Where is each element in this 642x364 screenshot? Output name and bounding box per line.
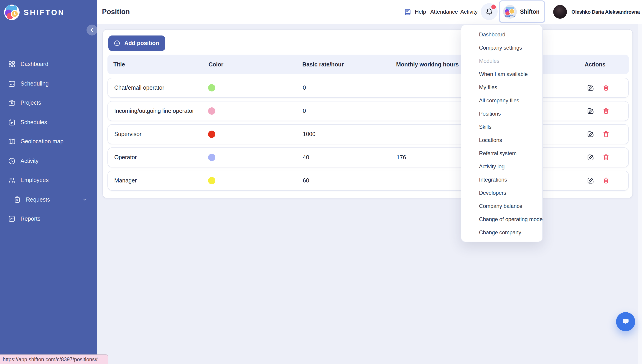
check-square-icon (467, 70, 475, 78)
menu-item-integrations[interactable]: Integrations (461, 173, 542, 186)
delete-button[interactable] (602, 176, 610, 185)
position-title: Manager (114, 178, 137, 184)
people-network-icon (467, 149, 475, 157)
briefcase-icon (8, 99, 16, 107)
edit-icon (586, 107, 595, 115)
sidebar-item-label: Schedules (21, 119, 47, 126)
menu-item-modules[interactable]: Modules (461, 54, 542, 67)
sidebar-item-dashboard[interactable]: Dashboard (0, 54, 97, 74)
menu-item-positions[interactable]: Positions (461, 107, 542, 120)
people-icon (8, 176, 16, 184)
basic-rate: 60 (303, 178, 309, 184)
add-position-button[interactable]: Add position (108, 36, 166, 51)
edit-button[interactable] (586, 176, 595, 185)
menu-item-company-balance[interactable]: Company balance (461, 199, 542, 212)
table-row: Chat/email operator 0 (108, 78, 629, 98)
menu-item-when-i-am-available[interactable]: When I am available (461, 67, 542, 80)
badge-person-icon (467, 110, 475, 118)
sidebar-item-label: Employees (21, 177, 49, 184)
edit-button[interactable] (586, 107, 595, 115)
trash-icon (602, 130, 610, 138)
modules-icon (467, 57, 475, 64)
report-chart-icon (8, 215, 16, 223)
color-dot (208, 154, 215, 161)
col-actions: Actions (585, 61, 605, 68)
sidebar-item-label: Scheduling (21, 80, 49, 87)
sidebar-item-reports[interactable]: Reports (0, 209, 97, 229)
sidebar-item-schedules[interactable]: Schedules (0, 112, 97, 132)
table-row: Supervisor 1000 (108, 124, 629, 144)
delete-button[interactable] (602, 107, 610, 115)
sidebar-item-activity[interactable]: Activity (0, 151, 97, 170)
topbar: Position Help Attendance Activity SHIFTO… (97, 0, 642, 24)
sidebar-item-geolocation-map[interactable]: Geolocation map (0, 132, 97, 151)
delete-button[interactable] (602, 130, 610, 138)
help-label: Help (415, 9, 426, 15)
basic-rate: 40 (303, 154, 309, 160)
menu-item-change-operating-mode[interactable]: Change of operating mode (461, 212, 542, 226)
sidebar-item-label: Projects (21, 100, 41, 106)
monthly-hours: 176 (397, 154, 406, 160)
menu-item-developers[interactable]: Developers (461, 186, 542, 199)
edit-button[interactable] (586, 153, 595, 162)
basic-rate: 0 (303, 85, 306, 91)
grid-icon (8, 60, 16, 68)
menu-item-dashboard[interactable]: Dashboard (461, 28, 542, 41)
attendance-link[interactable]: Attendance (430, 0, 458, 24)
delete-button[interactable] (602, 84, 610, 92)
edit-button[interactable] (586, 84, 595, 92)
color-dot (208, 108, 215, 115)
menu-item-locations[interactable]: Locations (461, 133, 542, 146)
gear-icon (467, 44, 475, 52)
trash-icon (602, 107, 610, 115)
chat-widget-button[interactable] (616, 312, 635, 331)
calendar-note-icon (8, 118, 16, 126)
menu-item-activity-log[interactable]: Activity log (461, 160, 542, 173)
delete-button[interactable] (602, 153, 610, 162)
sidebar-item-projects[interactable]: Projects (0, 93, 97, 112)
company-name: Shifton (520, 8, 539, 15)
edit-button[interactable] (586, 130, 595, 138)
edit-icon (586, 176, 595, 185)
position-title: Incoming/outgoing line operator (114, 108, 194, 114)
chevron-left-icon (89, 27, 95, 33)
table-row: Manager 60 (108, 170, 629, 191)
scrollbar-gutter[interactable] (638, 0, 642, 364)
user-menu-button[interactable]: Oleshko Daria Aleksandrovna (553, 0, 640, 24)
file-icon (467, 83, 475, 91)
menu-item-my-files[interactable]: My files (461, 80, 542, 94)
trash-icon (602, 84, 610, 92)
menu-item-skills[interactable]: Skills (461, 120, 542, 133)
table-header: Title Color Basic rate/hour Monthly work… (108, 54, 629, 74)
map-icon (8, 138, 16, 146)
sidebar-item-label: Requests (26, 196, 50, 203)
sidebar-item-requests[interactable]: Requests (0, 190, 97, 209)
notifications-button[interactable] (481, 3, 498, 20)
table-row: Operator 40 176 (108, 148, 629, 168)
help-link[interactable]: Help (404, 0, 426, 24)
brand-logo[interactable]: SHIFTON (4, 4, 65, 20)
basic-rate: 1000 (303, 131, 316, 138)
chat-bubble-icon (620, 317, 630, 327)
color-dot (208, 177, 215, 184)
trash-icon (602, 153, 610, 162)
menu-item-change-company[interactable]: Change company (461, 226, 542, 239)
sidebar-collapse-button[interactable] (87, 24, 98, 36)
sidebar: SHIFTON Dashboard Scheduling Projects Sc… (0, 0, 97, 364)
user-avatar (553, 5, 567, 19)
sidebar-item-scheduling[interactable]: Scheduling (0, 74, 97, 93)
sidebar-item-employees[interactable]: Employees (0, 170, 97, 190)
col-rate: Basic rate/hour (302, 61, 344, 68)
menu-item-all-company-files[interactable]: All company files (461, 94, 542, 107)
trash-icon (602, 176, 610, 185)
folder-icon (467, 96, 475, 104)
menu-item-company-settings[interactable]: Company settings (461, 41, 542, 54)
url-status-tooltip: https://app.shifton.com/c/8397/positions… (0, 354, 108, 364)
activity-link[interactable]: Activity (460, 0, 478, 24)
table-row: Incoming/outgoing line operator 0 (108, 101, 629, 121)
menu-item-referral-system[interactable]: Referral system (461, 146, 542, 160)
code-icon (467, 189, 475, 196)
app-viewport: SHIFTON Dashboard Scheduling Projects Sc… (0, 0, 642, 364)
company-menu-button[interactable]: SHIFTON Shifton (499, 0, 545, 23)
color-dot (208, 130, 215, 138)
